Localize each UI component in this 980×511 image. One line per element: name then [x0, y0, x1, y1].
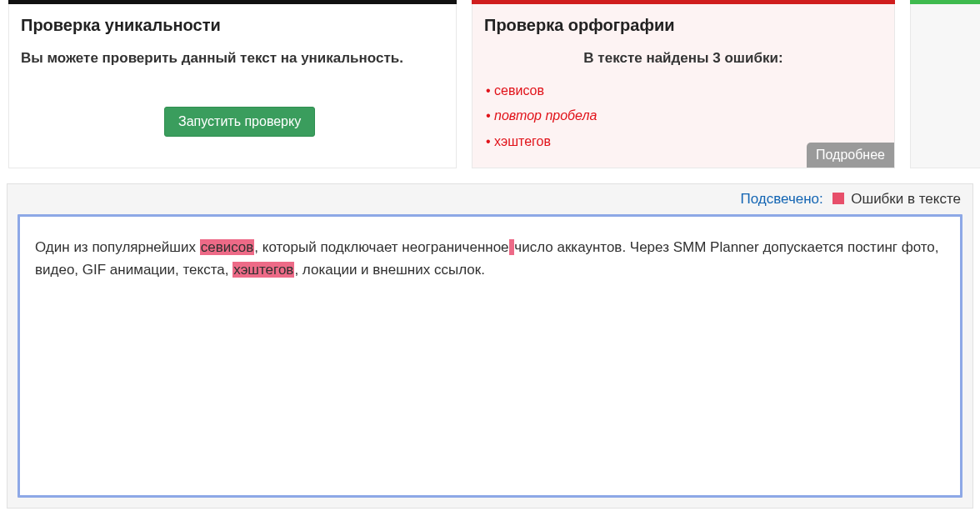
seo-panel: SEO-ана Всег Бе Колич — [910, 0, 980, 168]
legend-name: Ошибки в тексте — [851, 191, 961, 207]
seo-row: Колич — [922, 101, 980, 125]
spelling-title: Проверка орфографии — [484, 16, 882, 35]
spelling-subtitle: В тексте найдены 3 ошибки: — [484, 50, 882, 67]
legend-label: Подсвечено: — [740, 191, 822, 207]
text-box[interactable]: Один из популярнейших севисов, который п… — [18, 214, 962, 498]
seo-panel-body: SEO-ана Всег Бе Колич — [911, 4, 980, 138]
uniqueness-desc: Вы можете проверить данный текст на уник… — [21, 50, 444, 67]
result-panel: Подсвечено: Ошибки в тексте Один из попу… — [7, 183, 973, 508]
seo-title: SEO-ана — [922, 16, 980, 35]
spelling-panel: Проверка орфографии В тексте найдены 3 о… — [472, 0, 895, 168]
details-button[interactable]: Подробнее — [807, 143, 894, 168]
text-error-highlight[interactable]: севисов — [200, 239, 255, 255]
text-error-highlight[interactable]: хэштегов — [232, 262, 294, 278]
seo-row: Бе — [922, 78, 980, 102]
spelling-error-item: повтор пробела — [486, 103, 882, 128]
text-fragment: , локации и внешних ссылок. — [294, 262, 485, 278]
spelling-error-item: севисов — [486, 78, 882, 103]
uniqueness-panel-body: Проверка уникальности Вы можете проверит… — [9, 4, 456, 150]
panels-row: Проверка уникальности Вы можете проверит… — [0, 0, 980, 177]
legend-swatch — [832, 193, 844, 204]
run-check-button[interactable]: Запустить проверку — [164, 107, 315, 137]
seo-rows: Всег Бе Колич — [922, 50, 980, 125]
legend-bar: Подсвечено: Ошибки в тексте — [8, 184, 972, 214]
text-fragment: , который подключает неограниченное — [254, 239, 508, 255]
checked-text: Один из популярнейших севисов, который п… — [35, 237, 945, 281]
seo-row: Всег — [922, 53, 980, 78]
text-fragment: Один из популярнейших — [35, 239, 200, 255]
uniqueness-panel: Проверка уникальности Вы можете проверит… — [8, 0, 457, 168]
uniqueness-title: Проверка уникальности — [21, 16, 444, 35]
